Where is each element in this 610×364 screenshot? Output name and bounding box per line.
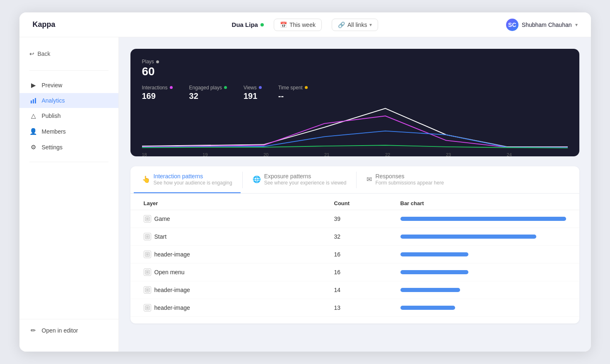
cell-count: 39	[334, 216, 400, 222]
sidebar-divider-bottom	[29, 162, 108, 162]
views-metric: Views 191	[244, 85, 262, 101]
engaged-plays-dot	[224, 86, 227, 89]
col-header-layer: Layer	[144, 200, 334, 206]
time-spent-dot	[305, 86, 308, 89]
sidebar-item-analytics[interactable]: Analytics	[19, 93, 118, 108]
cell-bar	[400, 306, 566, 310]
chart-area: 18 19 20 21 22 23 24	[142, 105, 568, 150]
exposure-tab-icon: 🌐	[253, 175, 261, 183]
cell-bar	[400, 270, 566, 274]
sidebar-item-settings[interactable]: ⚙ Settings	[19, 139, 118, 155]
sidebar-item-editor[interactable]: ✏ Open in editor	[19, 323, 118, 338]
analytics-icon	[29, 97, 38, 104]
interactions-metric: Interactions 169	[142, 85, 173, 101]
top-bar: Kappa Dua Lipa 📅 This week 🔗 All links ▾…	[19, 12, 591, 37]
tab-interaction[interactable]: 👆 Interaction patterns See how your audi…	[134, 166, 241, 193]
back-button[interactable]: ↩ Back	[19, 47, 118, 60]
top-bar-right: SC Shubham Chauhan ▾	[495, 19, 578, 31]
cell-count: 32	[334, 233, 400, 240]
links-filter-button[interactable]: 🔗 All links ▾	[332, 19, 378, 31]
preview-icon: ▶	[29, 81, 38, 89]
status-dot	[260, 23, 264, 26]
engaged-plays-metric: Engaged plays 32	[189, 85, 227, 101]
tab-responses[interactable]: ✉ Responses Form submissions appear here	[358, 166, 452, 193]
cell-count: 16	[334, 251, 400, 258]
chart-card: Plays 60 Interactions 169	[130, 49, 579, 156]
layer-icon	[144, 233, 151, 240]
layer-icon	[144, 286, 151, 294]
tab-exposure[interactable]: 🌐 Exposure patterns See where your exper…	[244, 166, 355, 193]
time-filter-button[interactable]: 📅 This week	[274, 19, 322, 31]
col-header-count: Count	[334, 200, 400, 206]
sidebar-nav: ▶ Preview Analytics △ Publish	[19, 74, 118, 158]
link-icon: 🔗	[338, 22, 345, 28]
analytics-panel: 👆 Interaction patterns See how your audi…	[130, 166, 579, 323]
cell-layer: header-image	[144, 304, 334, 311]
user-menu-chevron-icon: ▾	[575, 22, 578, 28]
engaged-plays-value: 32	[189, 91, 227, 101]
chart-x-labels: 18 19 20 21 22 23 24	[142, 152, 568, 157]
cell-layer: header-image	[144, 286, 334, 294]
interactions-value: 169	[142, 91, 173, 101]
project-name: Dua Lipa	[232, 21, 264, 28]
tab-separator-1	[242, 172, 243, 188]
views-value: 191	[244, 91, 262, 101]
table-header: Layer Count Bar chart	[130, 194, 579, 210]
app-logo: Kappa	[33, 20, 116, 29]
cell-count: 14	[334, 287, 400, 293]
avatar: SC	[506, 19, 518, 31]
members-icon: 👤	[29, 128, 38, 135]
sidebar-divider-top	[29, 70, 108, 71]
views-dot	[259, 86, 262, 89]
table-row: header-image 16	[130, 246, 579, 263]
plays-value: 60	[142, 65, 159, 78]
sidebar-item-preview[interactable]: ▶ Preview	[19, 77, 118, 93]
editor-icon: ✏	[29, 327, 38, 334]
layer-icon	[144, 304, 151, 311]
plays-dot	[156, 60, 159, 63]
svg-rect-0	[31, 101, 32, 103]
plays-metric: Plays 60	[142, 59, 159, 78]
layer-icon	[144, 268, 151, 276]
table-row: header-image 14	[130, 281, 579, 299]
time-spent-value: --	[278, 91, 308, 101]
chevron-down-icon: ▾	[369, 22, 372, 28]
svg-rect-2	[35, 98, 36, 103]
cell-bar	[400, 217, 566, 221]
svg-rect-1	[33, 99, 34, 103]
interaction-tab-icon: 👆	[142, 175, 150, 183]
cell-bar	[400, 252, 566, 256]
layer-icon	[144, 251, 151, 258]
table-section: Layer Count Bar chart Game 39	[130, 194, 579, 323]
table-rows-container: Game 39 Start 32	[130, 210, 579, 317]
cell-layer: Game	[144, 215, 334, 223]
table-row: Open menu 16	[130, 263, 579, 281]
user-name: Shubham Chauhan	[522, 22, 572, 28]
calendar-icon: 📅	[280, 22, 287, 28]
metrics-row: Interactions 169 Engaged plays 32	[142, 85, 568, 101]
top-bar-center: Dua Lipa 📅 This week 🔗 All links ▾	[116, 19, 495, 31]
cell-bar	[400, 288, 566, 292]
settings-icon: ⚙	[29, 144, 38, 151]
chart-header: Plays 60	[142, 59, 568, 78]
sidebar-item-members[interactable]: 👤 Members	[19, 124, 118, 139]
sidebar: ↩ Back ▶ Preview Anal	[19, 37, 119, 352]
publish-icon: △	[29, 112, 38, 120]
main-content: Plays 60 Interactions 169	[119, 37, 591, 352]
cell-count: 16	[334, 269, 400, 275]
sidebar-bottom: ✏ Open in editor	[19, 319, 118, 342]
sidebar-item-publish[interactable]: △ Publish	[19, 108, 118, 124]
layer-icon	[144, 215, 151, 223]
interactions-dot	[170, 86, 173, 89]
app-window: Kappa Dua Lipa 📅 This week 🔗 All links ▾…	[19, 12, 591, 352]
table-row: header-image 13	[130, 299, 579, 317]
tab-separator-2	[356, 172, 357, 188]
col-header-barchart: Bar chart	[400, 200, 566, 206]
responses-tab-icon: ✉	[366, 175, 372, 183]
main-layout: ↩ Back ▶ Preview Anal	[19, 37, 591, 352]
back-arrow-icon: ↩	[29, 50, 34, 57]
table-row: Game 39	[130, 210, 579, 228]
cell-count: 13	[334, 304, 400, 311]
table-row: Start 32	[130, 228, 579, 246]
line-chart-svg	[142, 105, 568, 150]
